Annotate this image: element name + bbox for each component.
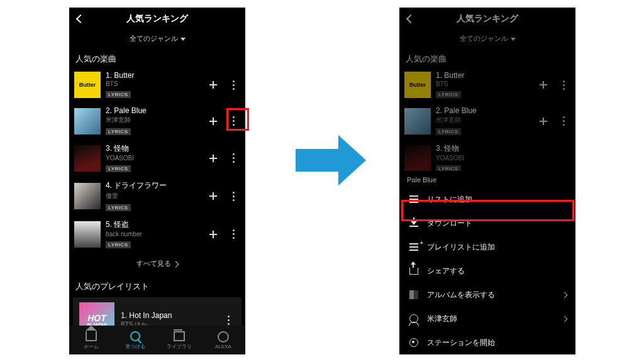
back-button[interactable] <box>74 13 87 25</box>
track-meta: 1. Butter BTS LYRICS <box>106 71 201 99</box>
share-icon <box>408 265 419 277</box>
chevron-left-icon <box>76 14 85 23</box>
header: 人気ランキング <box>399 8 575 30</box>
more-icon <box>228 315 230 325</box>
album-art <box>74 183 101 209</box>
plus-icon <box>209 231 217 238</box>
track-meta: 5. 怪盗 back number LYRICS <box>106 219 201 249</box>
track-row: 2. Pale Blue米津玄師LYRICS <box>399 102 575 140</box>
more-icon <box>233 192 235 201</box>
more-button[interactable] <box>226 112 240 130</box>
album-icon <box>408 289 419 300</box>
add-button[interactable] <box>206 76 220 94</box>
sheet-item-download[interactable]: ダウンロード <box>399 211 575 235</box>
sheet-item-start-station[interactable]: ステーションを開始 <box>399 331 575 354</box>
section-title-songs: 人気の楽曲 <box>399 50 575 67</box>
bottom-nav: ホーム 見つける ライブラリ ALEXA <box>69 326 245 354</box>
more-button[interactable] <box>226 226 240 243</box>
add-button[interactable] <box>536 112 550 130</box>
chevron-left-icon <box>406 14 415 23</box>
add-button[interactable] <box>206 187 220 205</box>
section-title-songs: 人気の楽曲 <box>69 50 245 67</box>
track-row[interactable]: Butter 1. Butter BTS LYRICS <box>69 67 245 102</box>
track-row: Butter 1. ButterBTSLYRICS <box>399 67 575 102</box>
see-all-link[interactable]: すべて見る <box>69 253 245 277</box>
more-button[interactable] <box>226 187 240 205</box>
artist-icon <box>408 313 419 324</box>
track-row[interactable]: 3. 怪物 YOASOBI LYRICS <box>69 140 245 177</box>
more-icon <box>233 116 235 126</box>
track-meta: 4. ドライフラワー 優里 LYRICS <box>106 180 201 212</box>
lyrics-badge: LYRICS <box>106 241 131 248</box>
section-title-playlists: 人気のプレイリスト <box>69 277 245 295</box>
add-button[interactable] <box>206 112 220 130</box>
track-row[interactable]: 4. ドライフラワー 優里 LYRICS <box>69 177 245 216</box>
add-button[interactable] <box>536 76 550 94</box>
search-icon <box>130 331 141 342</box>
dropdown-icon <box>511 38 516 41</box>
list-icon <box>408 194 419 205</box>
album-art <box>404 145 431 172</box>
dropdown-icon <box>180 38 186 41</box>
album-art <box>74 145 101 172</box>
album-art: Butter <box>74 72 101 98</box>
header: 人気ランキング <box>69 8 245 30</box>
alexa-icon <box>218 331 229 343</box>
more-button[interactable] <box>226 150 240 167</box>
context-menu-sheet: Pale Blue リストに追加 ダウンロード プレイリストに追加 シェアする … <box>399 171 575 354</box>
nav-home[interactable]: ホーム <box>69 326 113 354</box>
nav-library[interactable]: ライブラリ <box>157 326 201 354</box>
lyrics-badge: LYRICS <box>106 128 131 135</box>
more-button[interactable] <box>557 76 570 94</box>
genre-filter[interactable]: 全てのジャンル <box>399 30 575 50</box>
chevron-right-icon <box>562 315 568 322</box>
more-button[interactable] <box>557 112 570 130</box>
lyrics-badge: LYRICS <box>106 165 131 172</box>
phone-screen-before: 人気ランキング 全てのジャンル 人気の楽曲 Butter 1. Butter B… <box>69 8 245 354</box>
add-playlist-icon <box>408 241 419 253</box>
chevron-right-icon <box>562 292 568 298</box>
download-icon <box>408 217 419 229</box>
track-meta: 3. 怪物 YOASOBI LYRICS <box>106 143 201 173</box>
genre-filter-label: 全てのジャンル <box>460 35 508 42</box>
page-title: 人気ランキング <box>126 13 188 25</box>
track-meta: 2. Pale Blue 米津玄師 LYRICS <box>106 106 201 136</box>
station-icon <box>408 337 419 348</box>
nav-alexa[interactable]: ALEXA <box>201 326 245 354</box>
page-title: 人気ランキング <box>457 13 518 25</box>
sheet-item-artist[interactable]: 米津玄師 <box>399 307 575 331</box>
album-art: Butter <box>404 72 431 98</box>
annotation-arrow <box>296 135 371 185</box>
lyrics-badge: LYRICS <box>106 204 131 211</box>
genre-filter[interactable]: 全てのジャンル <box>69 30 245 50</box>
track-row[interactable]: 2. Pale Blue 米津玄師 LYRICS <box>69 102 245 140</box>
sheet-item-show-album[interactable]: アルバムを表示する <box>399 283 575 307</box>
chevron-right-icon <box>173 261 179 267</box>
home-icon <box>86 331 97 342</box>
plus-icon <box>209 192 217 200</box>
sheet-item-add-to-list[interactable]: リストに追加 <box>399 187 575 211</box>
album-art <box>74 108 101 134</box>
plus-icon <box>209 118 217 125</box>
phone-screen-after: 人気ランキング 全てのジャンル 人気の楽曲 Butter 1. ButterBT… <box>399 8 575 354</box>
back-button[interactable] <box>404 13 417 25</box>
plus-icon <box>209 155 217 162</box>
album-art <box>74 221 101 248</box>
sheet-context-title: Pale Blue <box>399 171 575 187</box>
library-icon <box>174 331 185 342</box>
plus-icon <box>209 81 217 89</box>
genre-filter-label: 全てのジャンル <box>130 35 178 42</box>
album-art <box>404 108 431 134</box>
sheet-item-share[interactable]: シェアする <box>399 259 575 283</box>
more-icon <box>233 153 235 163</box>
add-button[interactable] <box>206 226 220 243</box>
lyrics-badge: LYRICS <box>106 91 131 98</box>
more-icon <box>233 80 235 90</box>
sheet-item-add-to-playlist[interactable]: プレイリストに追加 <box>399 235 575 259</box>
nav-browse[interactable]: 見つける <box>113 326 157 354</box>
more-icon <box>233 229 235 239</box>
more-button[interactable] <box>226 76 240 94</box>
add-button[interactable] <box>206 150 220 167</box>
track-row[interactable]: 5. 怪盗 back number LYRICS <box>69 216 245 253</box>
